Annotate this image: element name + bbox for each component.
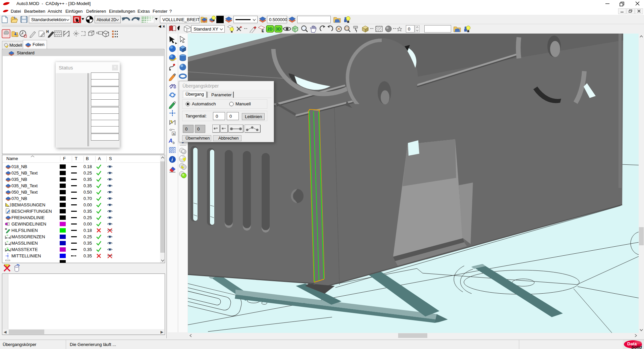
svg-text:E: E: [262, 29, 264, 33]
svg-text:Solid: Solid: [631, 345, 642, 349]
svg-text:b: b: [173, 141, 175, 145]
svg-text:2D: 2D: [267, 27, 273, 32]
svg-text:H: H: [46, 30, 49, 34]
svg-text:A: A: [168, 138, 173, 144]
svg-text:A: A: [173, 132, 175, 136]
svg-text:10: 10: [6, 234, 8, 236]
svg-text:10: 10: [6, 241, 8, 243]
svg-text:3D: 3D: [276, 27, 281, 32]
svg-text:H: H: [5, 228, 7, 231]
svg-text:10: 10: [6, 247, 8, 249]
